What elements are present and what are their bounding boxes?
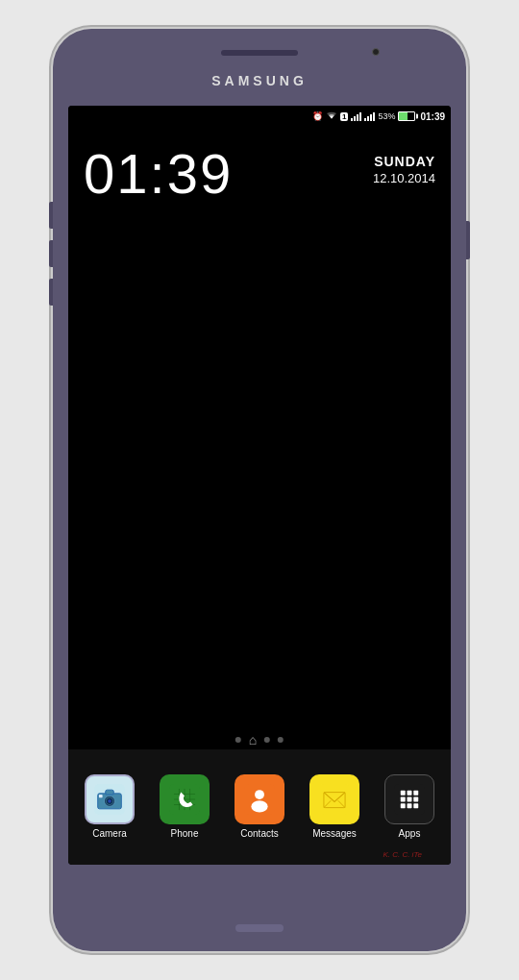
main-clock: 01:39 [84, 146, 233, 202]
wifi-icon [326, 110, 337, 122]
dock-item-phone[interactable]: Phone [151, 774, 218, 839]
date-string: 12.10.2014 [373, 171, 435, 185]
svg-rect-6 [99, 795, 103, 797]
messages-icon-bg [309, 774, 359, 824]
dot-home[interactable]: ⌂ [249, 732, 257, 747]
day-name: SUNDAY [373, 154, 435, 169]
apps-icon-bg [384, 774, 434, 824]
signal-bars-1 [351, 111, 361, 121]
battery-percent: 53% [378, 111, 395, 121]
svg-rect-30 [413, 803, 418, 808]
svg-rect-27 [413, 796, 418, 801]
dock-item-apps[interactable]: Apps [376, 774, 443, 839]
battery-icon [398, 111, 415, 121]
svg-rect-5 [106, 790, 114, 795]
date-area: SUNDAY 12.10.2014 [373, 146, 435, 185]
svg-rect-29 [408, 803, 412, 808]
dock-item-messages[interactable]: Messages [301, 774, 368, 839]
alarm-icon: ⏰ [312, 111, 323, 121]
svg-point-15 [255, 790, 264, 799]
svg-rect-25 [401, 796, 406, 801]
signal-bars-2 [364, 111, 375, 121]
dot-3 [264, 737, 270, 743]
speaker-grill [221, 50, 298, 56]
brand-logo: SAMSUNG [211, 73, 308, 88]
status-bar: ⏰ 1 53% [68, 106, 451, 127]
status-time: 01:39 [420, 111, 445, 122]
contacts-icon-bg [235, 774, 284, 824]
svg-rect-23 [408, 790, 412, 795]
dot-4 [278, 737, 284, 743]
power-button[interactable] [466, 221, 470, 259]
messages-label: Messages [312, 828, 357, 839]
volume-down-button[interactable] [49, 240, 53, 267]
svg-rect-28 [401, 803, 406, 808]
svg-rect-24 [413, 790, 418, 795]
dock-item-camera[interactable]: Camera [76, 774, 143, 839]
phone-label: Phone [171, 828, 199, 839]
watermark: K. C. C. iTe [383, 850, 422, 859]
apps-label: Apps [399, 828, 421, 839]
home-button[interactable] [235, 924, 284, 932]
camera-label: Camera [92, 828, 127, 839]
svg-rect-26 [408, 796, 412, 801]
volume-up-button[interactable] [49, 202, 53, 229]
dock-item-contacts[interactable]: Contacts [226, 774, 293, 839]
phone-frame: SAMSUNG ⏰ 1 [53, 29, 466, 951]
dot-1 [235, 737, 241, 743]
network-1-icon: 1 [340, 112, 348, 121]
s-pen-slot [49, 279, 53, 306]
phone-icon-bg [160, 774, 210, 824]
contacts-label: Contacts [240, 828, 278, 839]
svg-point-16 [251, 800, 267, 812]
svg-point-4 [108, 799, 111, 803]
home-dots: ⌂ [235, 732, 284, 747]
camera-icon-bg [85, 774, 135, 824]
svg-rect-22 [401, 790, 406, 795]
screen: ⏰ 1 53% [68, 106, 451, 865]
dock-bar: Camera [68, 749, 451, 865]
front-camera [372, 48, 380, 56]
